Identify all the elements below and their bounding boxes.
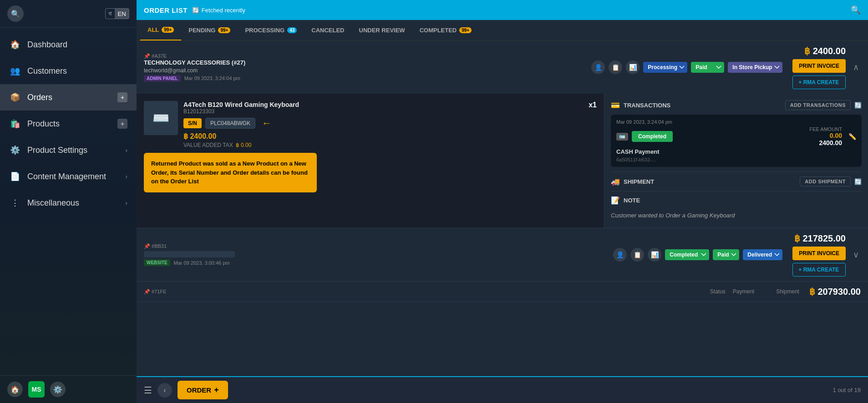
order-actions-2: 👤 📋 📊 Completed Processing Paid Delivere… [613, 248, 782, 262]
sidebar-item-orders[interactable]: 📦 Orders + [0, 84, 137, 111]
item-details-1: A4Tech B120 Wired Gaming Keyboard B12012… [183, 101, 583, 148]
topbar-search-icon[interactable]: 🔍 [851, 5, 861, 15]
sidebar-item-product-settings[interactable]: ⚙️ Product Settings › [0, 137, 137, 163]
sidebar-item-customers-label: Customers [27, 66, 67, 76]
order-total-value-3: ฿ 207930.00 [809, 286, 861, 297]
shipment-title-1: 🚚 SHIPMENT ADD SHIPMENT 🔄 [611, 176, 862, 186]
order-source-badge-2: WEBSITE [144, 259, 170, 266]
order-status-select-2[interactable]: Completed Processing [665, 249, 709, 260]
sidebar-home-button[interactable]: 🏠 [7, 382, 23, 397]
settings-icon: ⚙️ [53, 385, 62, 394]
add-shipment-btn[interactable]: ADD SHIPMENT [800, 176, 851, 186]
transactions-icon: 💳 [611, 101, 620, 110]
tab-completed[interactable]: COMPLETED 99+ [412, 20, 479, 40]
trans-main-1: 🪪 Completed FEE AMOUNT 0.00 2400.00 ✏️ [616, 126, 856, 162]
order-payment-select-2[interactable]: Paid [713, 249, 739, 260]
sidebar-item-products[interactable]: 🛍️ Products + [0, 111, 137, 137]
sidebar-nav: 🏠 Dashboard 👥 Customers 📦 Orders + 🛍️ Pr… [0, 28, 137, 375]
sidebar-item-customers[interactable]: 👥 Customers [0, 58, 137, 84]
order-user-icon-1[interactable]: 👤 [591, 60, 605, 74]
sidebar-item-miscellaneous[interactable]: ⋮ Miscellaneous › [0, 190, 137, 216]
sidebar-item-dashboard[interactable]: 🏠 Dashboard [0, 31, 137, 58]
settings-button[interactable]: ⚙️ [50, 382, 66, 397]
refresh-icon: 🔄 [192, 7, 199, 14]
item-tax-1: VALUE ADDED TAX ฿ 0.00 [183, 142, 583, 148]
page-title: ORDER LIST [144, 6, 188, 14]
tab-processing[interactable]: PROCESSING 43 [238, 20, 304, 40]
order-total-section-2: ฿ 217825.00 PRINT INVOICE + RMA CREATE [792, 233, 846, 277]
back-button[interactable]: ‹ [157, 383, 172, 398]
rma-create-btn-2[interactable]: + RMA CREATE [792, 263, 846, 277]
order-header-2: 📌 #BB31 WEBSITE Mar 09 2023, 3:00:46 pm … [137, 228, 868, 281]
order-user-icon-2[interactable]: 👤 [613, 248, 627, 262]
serial-tag-1: PLC048ABWGK [205, 118, 255, 129]
note-icon: 📝 [611, 196, 620, 205]
lang-bn-button[interactable]: বা [106, 9, 115, 19]
collapse-btn-2[interactable]: ∨ [851, 248, 861, 262]
order-doc-icon-2[interactable]: 📋 [630, 248, 644, 262]
tab-under-review[interactable]: UNDER REVIEW [352, 20, 412, 40]
shipment-icon: 🚚 [611, 177, 620, 186]
order-right-2: ฿ 217825.00 PRINT INVOICE + RMA CREATE ∨ [787, 233, 861, 277]
sidebar-top: 🔍 বা EN [0, 0, 137, 28]
tab-pending-badge: 99+ [218, 27, 230, 33]
orders-icon: 📦 [9, 92, 21, 102]
tab-all-badge: 99+ [162, 27, 174, 33]
tab-all[interactable]: ALL 99+ [140, 20, 181, 40]
products-add-icon[interactable]: + [117, 119, 127, 129]
tab-canceled[interactable]: CANCELED [304, 20, 351, 40]
sidebar-item-content-management[interactable]: 📄 Content Management › [0, 163, 137, 190]
item-sku-1: B120123303 [183, 108, 583, 115]
fee-label-1: FEE AMOUNT [809, 126, 842, 132]
orders-add-icon[interactable]: + [117, 92, 127, 102]
order-actions-1: 👤 📋 📊 Processing Completed Canceled Paid… [591, 60, 782, 74]
rma-create-btn-1[interactable]: + RMA CREATE [792, 76, 846, 89]
sidebar-bottom: 🏠 MS ⚙️ [0, 375, 137, 403]
lang-en-button[interactable]: EN [115, 9, 129, 19]
lang-switcher[interactable]: বা EN [105, 8, 129, 19]
tabs-bar: ALL 99+ PENDING 99+ PROCESSING 43 CANCEL… [137, 20, 868, 41]
search-button[interactable]: 🔍 [7, 5, 24, 22]
order-id-3: 📌 #71FE [144, 289, 706, 295]
sidebar-item-orders-label: Orders [27, 93, 52, 102]
order-chart-icon-2[interactable]: 📊 [648, 248, 661, 262]
misc-arrow-icon: › [125, 199, 127, 207]
order-body-1: ⌨️ A4Tech B120 Wired Gaming Keyboard B12… [137, 94, 868, 228]
shipment-refresh-icon[interactable]: 🔄 [854, 178, 862, 185]
bottom-bar: ☰ ‹ ORDER + 1 out of 19 [137, 376, 868, 403]
order-right-1: ฿ 2400.00 PRINT INVOICE + RMA CREATE ∧ [787, 45, 861, 89]
item-price-1: ฿ 2400.00 [183, 132, 583, 141]
menu-icon[interactable]: ☰ [144, 385, 152, 396]
status-label-3: Status [710, 288, 726, 295]
tab-under-review-label: UNDER REVIEW [359, 27, 405, 34]
arrow-icon-1: ← [262, 117, 272, 129]
order-payment-select-1[interactable]: Paid Unpaid [691, 62, 724, 73]
trans-date-1: Mar 09 2023, 3:24:04 pm [616, 119, 856, 125]
order-shipment-select-1[interactable]: In Store Pickup Delivered [728, 62, 782, 73]
print-invoice-btn-2[interactable]: PRINT INVOICE [792, 247, 846, 260]
home-icon: 🏠 [9, 40, 21, 50]
product-settings-arrow-icon: › [125, 146, 127, 154]
order-status-select-1[interactable]: Processing Completed Canceled [643, 62, 687, 73]
add-transactions-btn[interactable]: ADD TRANSACTIONS [785, 100, 851, 110]
print-invoice-btn-1[interactable]: PRINT INVOICE [792, 59, 846, 73]
order-list: 📌 #A37E TECHNOLOGY ACCESSORIES (#27) tec… [137, 41, 868, 376]
edit-icon-1[interactable]: ✏️ [848, 133, 856, 140]
order-chart-icon-1[interactable]: 📊 [626, 60, 640, 74]
sidebar-item-content-management-label: Content Management [27, 172, 106, 181]
order-doc-icon-1[interactable]: 📋 [609, 60, 622, 74]
topbar: ORDER LIST 🔄 Fetched recently 🔍 [137, 0, 868, 20]
transactions-refresh-icon[interactable]: 🔄 [854, 102, 862, 109]
order-shipment-select-2[interactable]: Delivered [743, 249, 782, 260]
order-header-3: 📌 #71FE Status Payment Shipment ฿ 207930… [137, 282, 868, 302]
tab-pending[interactable]: PENDING 99+ [181, 20, 238, 40]
transaction-row-1: Mar 09 2023, 3:24:04 pm 🪪 Completed FEE … [611, 115, 862, 167]
order-name-placeholder-2 [144, 251, 235, 257]
order-button[interactable]: ORDER + [178, 381, 228, 399]
sn-button-1[interactable]: S/N [183, 118, 202, 128]
order-source-badge-1: ADMIN PANEL [144, 75, 181, 82]
misc-icon: ⋮ [9, 198, 21, 208]
collapse-btn-1[interactable]: ∧ [851, 60, 861, 74]
order-right-3: ฿ 207930.00 [804, 286, 861, 297]
item-btn-row-1: S/N PLC048ABWGK ← [183, 117, 583, 129]
